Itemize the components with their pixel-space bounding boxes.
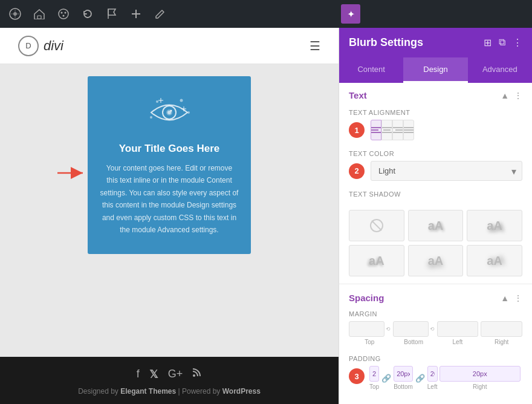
text-section-actions: ▲ ⋮: [501, 91, 522, 100]
tab-design[interactable]: Design: [403, 57, 467, 83]
tab-content[interactable]: Content: [339, 57, 403, 83]
padding-right-label: Right: [473, 383, 487, 390]
blurb-module: Your Title Goes Here Your content goes h…: [88, 76, 251, 254]
more-icon[interactable]: ⋮: [513, 37, 522, 48]
padding-top-wrap: Top: [369, 366, 379, 390]
rss-icon[interactable]: [192, 368, 202, 381]
spacing-options-icon[interactable]: ⋮: [514, 293, 522, 303]
tab-advanced[interactable]: Advanced: [468, 57, 532, 83]
spacing-section-header[interactable]: Spacing ▲ ⋮: [339, 287, 532, 307]
margin-setting: Margin ⟲ Top ⟲ Bottom: [339, 307, 532, 351]
divi-header: D divi ☰: [0, 28, 339, 64]
padding-setting: Padding 3 Top 🔗: [339, 351, 532, 396]
logo-text: divi: [44, 38, 63, 54]
margin-top-label: Top: [365, 339, 374, 345]
grid-icon[interactable]: ⊞: [484, 37, 491, 48]
palette-icon[interactable]: [56, 6, 71, 22]
svg-point-5: [65, 12, 66, 14]
svg-point-22: [170, 110, 172, 112]
padding-left-input[interactable]: [427, 366, 438, 382]
shadow-option-4[interactable]: aA: [408, 245, 464, 276]
hamburger-icon[interactable]: ☰: [310, 39, 320, 53]
pencil-icon[interactable]: [152, 6, 168, 22]
text-color-select[interactable]: Light Dark: [371, 161, 522, 181]
twitter-icon[interactable]: 𝕏: [149, 368, 158, 381]
margin-bottom-input[interactable]: [393, 321, 429, 337]
logo-letter: D: [25, 41, 31, 50]
margin-top-input[interactable]: [349, 321, 384, 337]
star-icon[interactable]: ✦: [341, 4, 360, 24]
shadow-option-1[interactable]: aA: [408, 210, 464, 241]
padding-inputs-grid: Top 🔗 Bottom 🔗: [369, 366, 522, 390]
house-icon[interactable]: [31, 6, 47, 22]
text-options-icon[interactable]: ⋮: [514, 91, 522, 100]
align-right-option[interactable]: [392, 120, 403, 140]
padding-bottom-label: Bottom: [394, 383, 413, 390]
chevron-up-icon[interactable]: ▲: [501, 91, 509, 100]
padding-label: Padding: [349, 355, 522, 362]
blurb-title: Your Title Goes Here: [100, 143, 239, 155]
columns-icon[interactable]: ⧉: [499, 37, 505, 48]
plus-icon[interactable]: [128, 6, 144, 22]
main-area: D divi ☰: [0, 28, 532, 404]
spacing-section-actions: ▲ ⋮: [501, 293, 522, 303]
facebook-icon[interactable]: f: [137, 368, 140, 381]
divi-logo-circle: D: [18, 36, 39, 56]
svg-rect-2: [37, 16, 41, 19]
text-alignment-setting: Text Alignment 1: [339, 105, 532, 146]
align-justify-option[interactable]: [403, 120, 414, 140]
footer-wordpress: WordPress: [222, 387, 261, 396]
padding-bottom-wrap: Bottom: [394, 366, 413, 390]
svg-point-6: [63, 15, 65, 17]
panel-header-icons: ⊞ ⧉ ⋮: [484, 37, 522, 48]
padding-right-input[interactable]: [440, 366, 521, 382]
refresh-icon[interactable]: [80, 6, 96, 22]
margin-right-wrap: Right: [481, 321, 522, 345]
text-alignment-label: Text Alignment: [349, 109, 522, 116]
shadow-option-2[interactable]: aA: [467, 210, 522, 241]
svg-point-11: [156, 100, 158, 103]
padding-top-input[interactable]: [369, 366, 379, 382]
padding-bottom-input[interactable]: [394, 366, 413, 382]
text-section-title: Text: [349, 90, 367, 100]
blurb-content: Your content goes here. Edit or remove t…: [100, 162, 239, 236]
step1-badge: 1: [349, 122, 365, 138]
padding-link-tb-icon[interactable]: 🔗: [381, 374, 392, 383]
text-shadow-label: Text Shadow: [349, 191, 522, 198]
settings-panel: Blurb Settings ⊞ ⧉ ⋮ Content Design Adva…: [339, 28, 532, 404]
shadow-option-5[interactable]: aA: [467, 245, 522, 276]
margin-left-input[interactable]: [437, 321, 479, 337]
shadow-option-3[interactable]: aA: [349, 245, 404, 276]
svg-point-3: [59, 9, 68, 19]
gplus-icon[interactable]: G+: [168, 368, 183, 381]
padding-right-wrap: Right: [440, 366, 521, 390]
svg-point-14: [150, 116, 152, 119]
spacing-section-title: Spacing: [349, 293, 384, 303]
page-canvas: Your Title Goes Here Your content goes h…: [0, 64, 339, 357]
blurb-icon-area: [100, 94, 239, 133]
svg-line-37: [372, 221, 381, 230]
margin-left-wrap: Left: [437, 321, 479, 345]
spacing-chevron-up-icon[interactable]: ▲: [501, 293, 509, 303]
align-left-option[interactable]: [371, 120, 381, 140]
shadow-none-option[interactable]: [349, 210, 404, 241]
padding-link-lr-icon[interactable]: 🔗: [415, 374, 426, 383]
svg-point-23: [193, 374, 195, 377]
margin-bottom-wrap: ⟲ Bottom: [393, 321, 435, 345]
text-section-header[interactable]: Text ▲ ⋮: [339, 83, 532, 105]
margin-right-input[interactable]: [481, 321, 522, 337]
margin-right-label: Right: [495, 339, 508, 345]
padding-inputs: Top 🔗 Bottom 🔗: [369, 366, 522, 390]
align-center-option[interactable]: [381, 120, 392, 140]
margin-bottom-label: Bottom: [404, 339, 423, 345]
text-color-setting: Text Color 2 Light Dark ▾: [339, 146, 532, 187]
footer-designed-by: Designed by: [78, 387, 120, 396]
top-toolbar: ✦: [0, 0, 532, 28]
wordpress-icon[interactable]: [7, 6, 23, 22]
step2-badge: 2: [349, 163, 365, 179]
arrow-indicator: [57, 164, 88, 184]
flag-icon[interactable]: [104, 6, 120, 22]
site-footer: f 𝕏 G+ Designed by Elegant Themes | Powe…: [0, 357, 339, 404]
footer-social: f 𝕏 G+: [0, 368, 339, 381]
padding-left-label: Left: [427, 383, 438, 390]
